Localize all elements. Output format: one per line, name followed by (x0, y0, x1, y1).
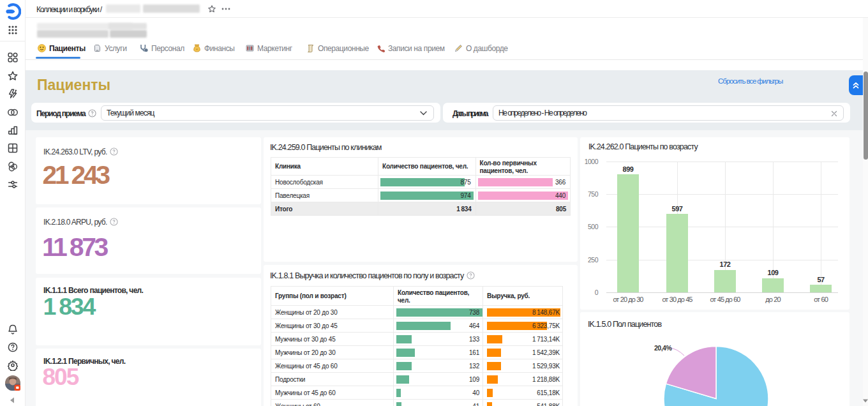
svg-text:20,4%: 20,4% (654, 344, 672, 352)
